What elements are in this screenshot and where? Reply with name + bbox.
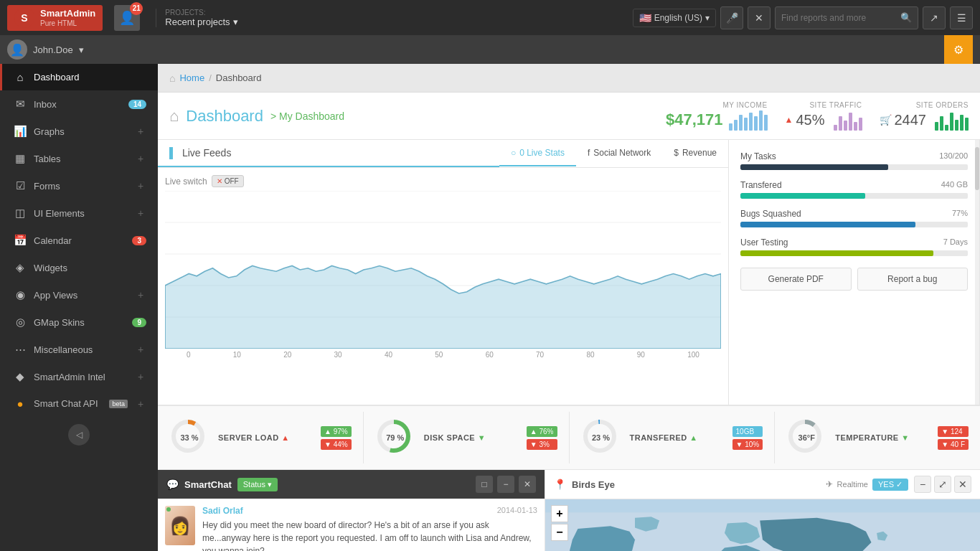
mic-button[interactable]: 🎤 [720,6,743,29]
sidebar-item-chat-api[interactable]: ● Smart Chat API beta + [0,390,158,417]
projects-label: PROJECTS: [165,9,237,17]
projects-dropdown[interactable]: PROJECTS: Recent projects ▾ [156,9,237,27]
avatar-image: 👩 [165,506,195,545]
badge-up: ▲ 76% [527,426,557,437]
bugs-value: 77% [952,209,968,219]
gear-button[interactable]: ⚙ [944,35,973,64]
expand-icon: + [135,180,146,192]
transferred-metric: 23 % TRANSFERED ▲ 10GB ▼ 10% [570,412,776,463]
switch-state: OFF [225,177,239,185]
sidebar-item-graphs[interactable]: 📊 Graphs + [0,118,158,145]
sidebar-label: Miscellaneous [34,344,128,355]
status-label: Status ▾ [243,480,272,489]
generate-pdf-button[interactable]: Generate PDF [740,268,852,291]
sidebar-label: SmartAdmin Intel [34,372,128,382]
chat-message: 👩 Sadi Orlaf 2014-01-13 Hey did you meet… [165,506,537,551]
tab-label: Revenue [682,148,717,158]
user-menu[interactable]: 👤 John.Doe ▾ [7,39,84,60]
switch-toggle[interactable]: ✕ OFF [212,175,244,187]
chat-status-button[interactable]: Status ▾ [237,478,278,491]
graphs-icon: 📊 [14,125,27,138]
site-traffic-stat: SITE TRAFFIC ▲ 45% [785,101,862,131]
sidebar-item-gmap[interactable]: ◎ GMap Skins 9 [0,309,158,336]
area-chart [165,191,721,349]
badge-40f: ▼ 40 F [938,439,969,450]
map-minimize-button[interactable]: − [914,476,931,493]
sidebar-item-tables[interactable]: ▦ Tables + [0,145,158,172]
tab-revenue[interactable]: $ Revenue [662,141,728,166]
report-bug-button[interactable]: Report a bug [857,268,969,291]
bar [859,118,862,131]
testing-label: User Testing [740,237,788,248]
sidebar-item-app-views[interactable]: ◉ App Views + [0,281,158,309]
bar [940,116,943,131]
collapse-icon: ◁ [76,430,83,440]
sender-name: Sadi Orlaf [202,506,243,516]
calendar-badge: 3 [132,236,146,245]
sidebar-label: Graphs [34,126,128,137]
chat-bubble-icon: 💬 [166,479,179,490]
menu-button[interactable]: ☰ [950,6,973,29]
badge-up: ▲ 97% [321,426,352,437]
chat-body: 👩 Sadi Orlaf 2014-01-13 Hey did you meet… [158,499,545,551]
transferred-row: Transfered 440 GB [740,180,968,199]
bugs-fill [740,222,915,227]
map-expand-button[interactable]: ⤢ [934,476,951,493]
language-selector[interactable]: 🇺🇸 English (US) ▾ [633,9,716,27]
disk-space-donut: 79 % [375,418,415,458]
notification-area[interactable]: 👤 21 [114,5,140,31]
yes-badge[interactable]: YES ✓ [872,479,908,491]
breadcrumb-home[interactable]: Home [179,72,204,83]
chat-square-button[interactable]: □ [476,476,493,493]
expand-icon: + [135,344,146,355]
zoom-out-button[interactable]: − [551,524,568,541]
chat-close-button[interactable]: ✕ [519,476,536,493]
menu-icon: ☰ [957,12,966,24]
sidebar-collapse-button[interactable]: ◁ [68,424,90,446]
expand-icon: + [135,289,146,301]
sidebar-item-dashboard[interactable]: ⌂ Dashboard [0,64,158,90]
section-header: ▌ Live Feeds ○ 0 Live Stats f Social Net… [158,140,728,168]
zoom-in-button[interactable]: + [551,505,568,522]
mic-icon: 🎤 [726,12,738,24]
close-button[interactable]: ✕ [748,6,771,29]
bar [744,118,748,131]
metric-info: DISK SPACE ▼ [424,433,518,442]
disk-space-metric: 79 % DISK SPACE ▼ ▲ 76% ▼ 3% [364,412,570,463]
live-tabs: ○ 0 Live Stats f Social Network $ Revenu… [499,141,728,166]
chat-minimize-button[interactable]: − [497,476,514,493]
tab-social-network[interactable]: f Social Network [576,141,662,166]
metric-badges: 10GB ▼ 10% [732,426,763,450]
share-button[interactable]: ↗ [923,6,946,29]
online-indicator [166,507,171,512]
message-header: Sadi Orlaf 2014-01-13 [202,506,537,516]
bar [965,118,969,131]
sidebar-item-widgets[interactable]: ◈ Widgets [0,254,158,281]
map-close-button[interactable]: ✕ [954,476,971,493]
sidebar-item-ui-elements[interactable]: ◫ UI Elements + [0,199,158,227]
sidebar-item-inbox[interactable]: ✉ Inbox 14 [0,90,158,118]
tasks-label: My Tasks [740,151,776,161]
sidebar-item-forms[interactable]: ☑ Forms + [0,172,158,199]
metric-name: TRANSFERED ▲ [630,433,724,442]
search-input[interactable] [781,13,896,23]
gmap-icon: ◎ [14,316,27,329]
tab-live-stats[interactable]: ○ 0 Live Stats [499,141,576,166]
arrow-down-icon: ▼ [478,433,486,442]
server-load-donut: 33 % [169,418,209,458]
arrow-up-icon: ▲ [281,433,289,442]
widgets-icon: ◈ [14,261,27,274]
sidebar-item-intel[interactable]: ◆ SmartAdmin Intel + [0,363,158,390]
close-icon: ✕ [755,12,763,24]
sidebar-item-misc[interactable]: ⋯ Miscellaneous + [0,336,158,363]
forms-icon: ☑ [14,179,27,192]
donut-value: 23 % [592,433,610,442]
projects-current[interactable]: Recent projects ▾ [165,17,237,27]
bar [945,125,948,131]
sidebar-item-calendar[interactable]: 📅 Calendar 3 [0,227,158,254]
notification-count: 21 [130,2,143,15]
bar [849,113,852,131]
stats-scrollbar[interactable] [975,140,979,405]
message-content: Sadi Orlaf 2014-01-13 Hey did you meet t… [202,506,537,551]
world-map-svg [545,499,980,551]
